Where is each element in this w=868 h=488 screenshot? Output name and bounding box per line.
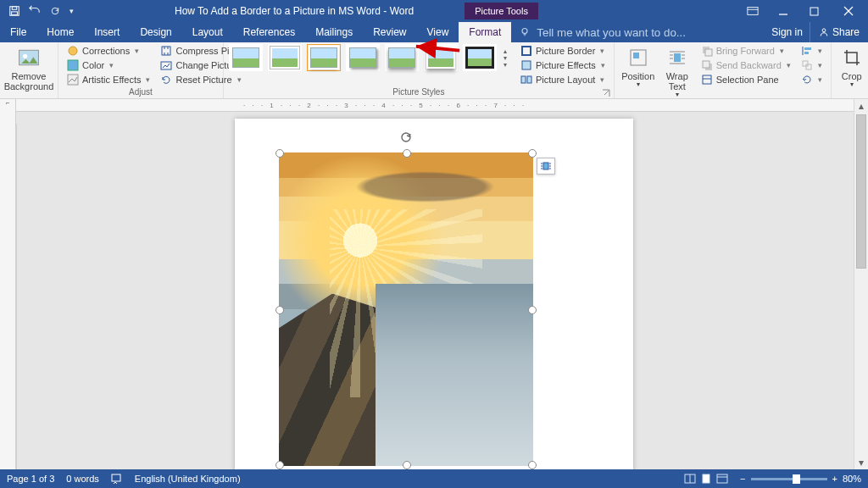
tab-mailings[interactable]: Mailings	[305, 22, 363, 42]
position-icon	[626, 46, 650, 69]
tell-me[interactable]	[511, 22, 765, 42]
svg-rect-21	[521, 76, 526, 83]
tab-design[interactable]: Design	[130, 22, 181, 42]
compress-icon	[160, 45, 172, 57]
scroll-thumb[interactable]	[856, 114, 866, 269]
resize-handle[interactable]	[275, 149, 284, 158]
remove-bg-icon	[17, 46, 41, 69]
layout-options-icon[interactable]	[537, 158, 555, 175]
scroll-down-icon[interactable]: ▾	[854, 456, 868, 469]
send-backward-button[interactable]: Send Backward▾	[698, 58, 794, 72]
reset-icon	[160, 74, 172, 86]
save-icon[interactable]	[5, 2, 24, 20]
style-thumb-4[interactable]	[346, 44, 380, 71]
remove-background-button[interactable]: Remove Background	[5, 44, 53, 92]
svg-point-13	[23, 54, 27, 58]
contextual-tab-label: Picture Tools	[465, 3, 538, 19]
document-area: ⌐ · · · 1 · · · 2 · · · 3 · · · 4 · · · …	[0, 99, 868, 469]
resize-handle[interactable]	[528, 461, 537, 469]
change-pic-icon	[160, 59, 172, 71]
zoom-in-icon[interactable]: +	[832, 474, 837, 484]
pic-layout-icon	[520, 74, 532, 86]
crop-button[interactable]: Crop▾	[837, 44, 867, 89]
svg-rect-17	[162, 47, 170, 55]
wrap-text-button[interactable]: Wrap Text▾	[660, 44, 694, 99]
resize-handle[interactable]	[528, 149, 537, 158]
redo-icon[interactable]	[46, 2, 64, 20]
svg-rect-20	[522, 61, 531, 69]
position-button[interactable]: Position▾	[620, 44, 657, 89]
tell-me-input[interactable]	[535, 25, 708, 40]
share-button[interactable]: Share	[810, 22, 868, 42]
language-indicator[interactable]: English (United Kingdom)	[135, 474, 241, 484]
svg-rect-56	[717, 474, 727, 483]
tab-review[interactable]: Review	[363, 22, 416, 42]
resize-handle[interactable]	[403, 461, 411, 469]
rotate-button[interactable]: ▾	[798, 73, 826, 86]
style-thumb-3[interactable]	[307, 44, 341, 71]
corrections-button[interactable]: Corrections▾	[64, 44, 153, 58]
picture-content	[279, 152, 533, 466]
picture-border-button[interactable]: Picture Border▾	[517, 44, 609, 58]
style-thumb-1[interactable]	[229, 44, 263, 71]
tab-layout[interactable]: Layout	[182, 22, 233, 42]
tab-home[interactable]: Home	[36, 22, 84, 42]
artistic-effects-button[interactable]: Artistic Effects▾	[64, 73, 153, 86]
zoom-out-icon[interactable]: −	[740, 474, 745, 484]
page[interactable]	[235, 119, 633, 469]
color-button[interactable]: Color▾	[64, 58, 153, 72]
read-mode-icon[interactable]	[684, 474, 696, 484]
zoom-value[interactable]: 80%	[843, 474, 861, 484]
tab-file[interactable]: File	[0, 22, 36, 42]
border-icon	[520, 45, 532, 57]
close-icon[interactable]	[829, 0, 868, 22]
svg-rect-55	[703, 474, 709, 483]
word-count[interactable]: 0 words	[66, 474, 99, 484]
group-adjust-label: Adjust	[64, 87, 218, 98]
qat-customize-icon[interactable]: ▾	[66, 2, 76, 20]
ruler-corner: ⌐	[0, 99, 16, 469]
svg-rect-4	[748, 8, 758, 15]
maximize-icon[interactable]	[798, 0, 829, 22]
picture-effects-button[interactable]: Picture Effects▾	[517, 58, 609, 72]
resize-handle[interactable]	[275, 306, 284, 314]
minimize-icon[interactable]	[768, 0, 798, 22]
scroll-up-icon[interactable]: ▴	[854, 99, 868, 113]
picture-styles-gallery[interactable]: ▴▾▾	[229, 44, 509, 71]
tab-references[interactable]: References	[233, 22, 305, 42]
resize-handle[interactable]	[403, 149, 411, 158]
svg-rect-24	[633, 53, 639, 58]
web-layout-icon[interactable]	[716, 474, 728, 484]
rotate-handle[interactable]	[399, 130, 413, 144]
print-layout-icon[interactable]	[701, 474, 711, 484]
svg-rect-35	[703, 61, 709, 68]
align-button[interactable]: ▾	[798, 44, 826, 58]
spellcheck-icon[interactable]	[111, 474, 123, 484]
remove-bg-label: Remove Background	[4, 71, 54, 92]
styles-more-button[interactable]: ▴▾▾	[502, 44, 509, 71]
page-indicator[interactable]: Page 1 of 3	[7, 474, 54, 484]
horizontal-ruler[interactable]: · · · 1 · · · 2 · · · 3 · · · 4 · · · 5 …	[16, 99, 854, 112]
group-button[interactable]: ▾	[798, 58, 826, 72]
selection-pane-button[interactable]: Selection Pane	[698, 73, 794, 86]
bring-forward-button[interactable]: Bring Forward▾	[698, 44, 794, 58]
sign-in[interactable]: Sign in	[765, 22, 810, 42]
ribbon-display-icon[interactable]	[737, 0, 768, 22]
lightbulb-icon	[520, 27, 530, 37]
svg-rect-52	[112, 474, 120, 481]
zoom-control[interactable]: − + 80%	[740, 474, 861, 484]
undo-icon[interactable]	[25, 2, 44, 20]
svg-rect-36	[703, 75, 711, 84]
resize-handle[interactable]	[528, 306, 537, 314]
tab-format[interactable]: Format	[459, 22, 511, 42]
tab-insert[interactable]: Insert	[84, 22, 130, 42]
style-thumb-2[interactable]	[268, 44, 302, 71]
svg-point-3	[52, 8, 58, 14]
vertical-scrollbar[interactable]: ▴ ▾	[854, 99, 868, 469]
picture-layout-button[interactable]: Picture Layout▾	[517, 73, 609, 86]
style-thumb-7[interactable]	[463, 44, 497, 71]
vertical-ruler[interactable]	[16, 124, 17, 469]
zoom-slider[interactable]	[751, 478, 827, 480]
resize-handle[interactable]	[275, 461, 284, 469]
selected-picture[interactable]	[279, 152, 533, 466]
